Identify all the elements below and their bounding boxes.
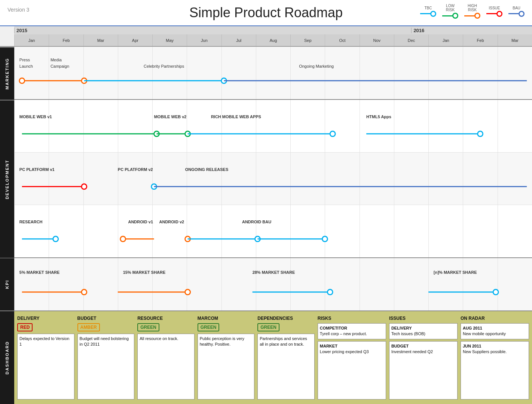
issues-title: ISSUES: [389, 316, 458, 321]
timeline-header: 2015 2016 Jan Feb Mar Apr May Jun Jul Au…: [14, 26, 532, 47]
dashboard-content: DELIVERY RED Delays expected to Version …: [14, 311, 532, 404]
on-radar-aug: AUG 2011 New mobile opportunity: [461, 323, 529, 339]
delivery-badge: RED: [17, 323, 33, 331]
month-sep: Sep: [290, 34, 325, 46]
gantt-chart: 2015 2016 Jan Feb Mar Apr May Jun Jul Au…: [14, 26, 532, 310]
on-radar-aug-title: AUG 2011: [463, 325, 527, 331]
issues-budget-title: BUDGET: [391, 343, 455, 349]
issues-delivery-text: Tech issues (BOB): [391, 331, 455, 337]
svg-text:Campaign: Campaign: [51, 64, 69, 68]
month-mar: Mar: [83, 34, 118, 46]
svg-text:15% MARKET SHARE: 15% MARKET SHARE: [123, 270, 166, 275]
svg-text:Launch: Launch: [19, 64, 33, 68]
year-2015: 2015: [14, 28, 411, 33]
svg-text:PC PLATFORM v1: PC PLATFORM v1: [19, 167, 55, 172]
on-radar-column: ON RADAR AUG 2011 New mobile opportunity…: [461, 316, 529, 400]
issues-delivery: DELIVERY Tech issues (BOB): [389, 323, 458, 339]
svg-text:HTML5 Apps: HTML5 Apps: [366, 114, 391, 119]
svg-point-52: [327, 290, 333, 295]
risks-competitor: COMPETITOR Tyrell corp – new product.: [318, 323, 386, 339]
delivery-text: Delays expected to Version 1: [17, 334, 74, 400]
resource-badge: GREEN: [137, 323, 159, 331]
svg-point-33: [53, 236, 58, 242]
dev-row-2-svg: PC PLATFORM v1 PC PLATFORM v2 ONGOING RE…: [14, 153, 532, 205]
month-apr: Apr: [118, 34, 152, 46]
risks-competitor-title: COMPETITOR: [320, 325, 384, 331]
dev-row-3: RESEARCH ANDROID v1 AN: [14, 205, 532, 258]
dependencies-text: Partnerships and services all in place a…: [257, 334, 315, 400]
svg-point-46: [82, 290, 87, 295]
dev-row-1: MOBILE WEB v1 MOBILE WEB v2: [14, 100, 532, 153]
marcom-text: Public perception is very healthy. Posit…: [198, 334, 255, 400]
month-oct: Oct: [325, 34, 359, 46]
month-feb-2016: Feb: [463, 34, 497, 46]
dashboard: DASHBOARD DELIVERY RED Delays expected t…: [0, 310, 532, 404]
svg-text:Ongoing Marketing: Ongoing Marketing: [299, 64, 334, 68]
resource-title: RESOURCE: [137, 316, 195, 321]
risks-market: MARKET Lower pricing expected Q3: [318, 341, 386, 400]
kpi-row: 5% MARKET SHARE 15% MARKET SHARE 28%: [14, 258, 532, 310]
month-dec: Dec: [394, 34, 428, 46]
legend-label-high-risk: HIGHRISK: [468, 4, 477, 12]
issues-budget: BUDGET Investment needed Q2: [389, 341, 458, 400]
svg-text:ANDROID BAU: ANDROID BAU: [242, 220, 271, 224]
svg-text:[n]% MARKET SHARE: [n]% MARKET SHARE: [434, 270, 477, 275]
month-nov: Nov: [360, 34, 394, 46]
issues-budget-text: Investment needed Q2: [391, 349, 455, 355]
svg-point-26: [82, 184, 87, 189]
svg-point-49: [185, 290, 190, 295]
month-jan-2016: Jan: [428, 34, 463, 46]
svg-text:Media: Media: [51, 58, 62, 62]
resource-column: RESOURCE GREEN All resource on track.: [137, 316, 195, 400]
svg-text:ANDROID v1: ANDROID v1: [128, 220, 153, 224]
risks-title: RISKS: [318, 316, 386, 321]
gantt-rows: Press Launch Media Campaign: [14, 47, 532, 310]
risks-competitor-text: Tyrell corp – new product.: [320, 331, 384, 337]
legend-label-issue: ISSUE: [489, 6, 500, 10]
dependencies-column: DEPENDENCIES GREEN Partnerships and serv…: [257, 316, 315, 400]
month-jul: Jul: [221, 34, 256, 46]
issues-column: ISSUES DELIVERY Tech issues (BOB) BUDGET…: [389, 316, 458, 400]
marcom-title: MARCOM: [198, 316, 255, 321]
svg-text:Celebrity Partnerships: Celebrity Partnerships: [144, 64, 184, 68]
svg-point-3: [19, 78, 25, 83]
svg-text:ANDROID v2: ANDROID v2: [159, 220, 184, 224]
section-label-marketing: MARKETING: [0, 47, 14, 100]
section-label-kpi: KPI: [0, 258, 14, 310]
budget-badge: AMBER: [77, 323, 100, 331]
on-radar-jun-text: New Suppliers possible.: [463, 349, 527, 355]
svg-text:RICH MOBILE WEB APPS: RICH MOBILE WEB APPS: [211, 114, 261, 119]
delivery-column: DELIVERY RED Delays expected to Version …: [17, 316, 74, 400]
svg-point-36: [120, 236, 126, 242]
version-label: Version 3: [7, 7, 29, 13]
dependencies-title: DEPENDENCIES: [257, 316, 315, 321]
delivery-title: DELIVERY: [17, 316, 74, 321]
svg-text:PC PLATFORM v2: PC PLATFORM v2: [118, 167, 153, 172]
marcom-column: MARCOM GREEN Public perception is very h…: [198, 316, 255, 400]
section-label-development: DEVELOPMENT: [0, 100, 14, 258]
month-jan-2015: Jan: [14, 34, 49, 46]
svg-text:5% MARKET SHARE: 5% MARKET SHARE: [19, 270, 60, 275]
svg-point-43: [322, 236, 327, 242]
month-may: May: [152, 34, 187, 46]
risks-market-title: MARKET: [320, 343, 384, 349]
budget-text: Budget will need bolstering in Q2 2011: [77, 334, 135, 400]
svg-text:RESEARCH: RESEARCH: [19, 220, 43, 224]
marketing-row-svg: Press Launch Media Campaign: [14, 47, 532, 99]
svg-text:Press: Press: [19, 58, 30, 62]
on-radar-title: ON RADAR: [461, 316, 529, 321]
month-jun: Jun: [187, 34, 221, 46]
dev-row-1-svg: MOBILE WEB v1 MOBILE WEB v2: [14, 100, 532, 152]
year-2016: 2016: [411, 28, 532, 33]
svg-text:MOBILE WEB v1: MOBILE WEB v1: [19, 114, 52, 119]
month-mar-2016: Mar: [498, 34, 532, 46]
risks-market-text: Lower pricing expected Q3: [320, 349, 384, 355]
svg-text:28% MARKET SHARE: 28% MARKET SHARE: [253, 270, 295, 275]
on-radar-jun: JUN 2011 New Suppliers possible.: [461, 341, 529, 400]
marketing-row: Press Launch Media Campaign: [14, 47, 532, 100]
resource-text: All resource on track.: [137, 334, 195, 400]
svg-point-55: [493, 290, 498, 295]
risks-column: RISKS COMPETITOR Tyrell corp – new produ…: [318, 316, 386, 400]
on-radar-jun-title: JUN 2011: [463, 343, 527, 349]
marcom-badge: GREEN: [198, 323, 220, 331]
